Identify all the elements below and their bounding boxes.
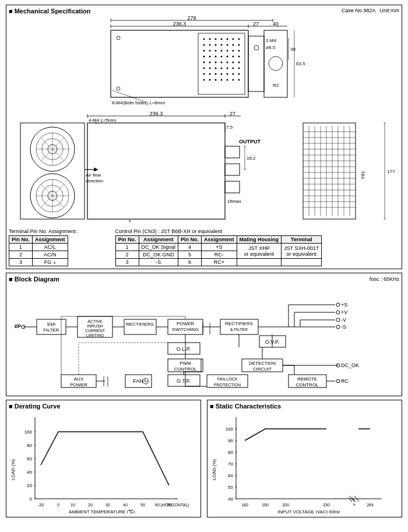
col-terminal: Terminal bbox=[282, 236, 322, 244]
svg-point-55 bbox=[233, 50, 234, 52]
svg-text:≈: ≈ bbox=[353, 502, 356, 508]
svg-point-52 bbox=[233, 44, 234, 46]
svg-point-39 bbox=[221, 68, 223, 69]
svg-text:40: 40 bbox=[123, 503, 128, 507]
svg-text:AUX: AUX bbox=[74, 376, 84, 382]
svg-text:-V: -V bbox=[341, 317, 346, 323]
svg-point-40 bbox=[203, 73, 205, 75]
svg-point-46 bbox=[215, 79, 217, 81]
svg-point-54 bbox=[227, 50, 228, 52]
svg-point-182 bbox=[336, 303, 340, 306]
svg-text:REMOTE: REMOTE bbox=[297, 376, 317, 382]
svg-point-45 bbox=[209, 79, 211, 81]
svg-text:(HORIZONTAL): (HORIZONTAL) bbox=[160, 503, 189, 508]
svg-point-36 bbox=[203, 68, 205, 69]
svg-text:PROTECTION: PROTECTION bbox=[214, 383, 241, 387]
svg-text:LOAD (%): LOAD (%) bbox=[10, 459, 16, 480]
svg-point-68 bbox=[238, 73, 240, 75]
svg-point-32 bbox=[203, 62, 205, 64]
control-pin-title: Control Pin (CN3) : JST B6B-XH or equiva… bbox=[115, 228, 400, 234]
svg-text:EMI: EMI bbox=[47, 322, 55, 327]
svg-text:FAN LOCK: FAN LOCK bbox=[217, 377, 238, 381]
top-view-drawing: 278 236.3 27 40 bbox=[12, 16, 396, 109]
svg-point-24 bbox=[203, 50, 205, 52]
svg-text:236.3: 236.3 bbox=[150, 111, 163, 117]
svg-point-67 bbox=[233, 73, 234, 75]
svg-point-21 bbox=[209, 44, 211, 46]
derating-curve-section: ■ Derating Curve 0 20 40 60 80 100 bbox=[6, 400, 201, 517]
svg-point-194 bbox=[336, 325, 340, 329]
svg-point-63 bbox=[227, 68, 228, 69]
svg-text:DC_OK: DC_OK bbox=[341, 362, 359, 368]
svg-text:LOAD (%): LOAD (%) bbox=[212, 459, 217, 480]
svg-text:7.5: 7.5 bbox=[226, 125, 233, 130]
pin-tables: Terminal Pin No. Assignment : Pin No. As… bbox=[9, 228, 399, 266]
svg-text:+V: +V bbox=[341, 309, 347, 315]
svg-text:FAN: FAN bbox=[133, 378, 143, 384]
svg-point-70 bbox=[233, 79, 234, 81]
svg-text:16max.: 16max. bbox=[227, 199, 242, 204]
svg-point-61 bbox=[233, 62, 234, 64]
mechanical-spec-section: ■ Mechanical Specification Case No.982A … bbox=[6, 5, 402, 269]
svg-text:80: 80 bbox=[27, 443, 32, 448]
col-pin-no-2: Pin No. bbox=[178, 236, 202, 244]
svg-text:O.T.P.: O.T.P. bbox=[177, 378, 191, 384]
svg-text:177.8: 177.8 bbox=[387, 169, 396, 174]
svg-point-27 bbox=[221, 50, 223, 52]
svg-point-41 bbox=[209, 73, 211, 75]
svg-text:27: 27 bbox=[230, 111, 235, 117]
svg-text:-20: -20 bbox=[38, 503, 44, 507]
svg-text:Air flow: Air flow bbox=[86, 172, 101, 178]
svg-point-47 bbox=[221, 79, 223, 81]
svg-point-30 bbox=[215, 56, 217, 58]
svg-point-56 bbox=[238, 50, 240, 52]
svg-rect-117 bbox=[225, 146, 240, 158]
svg-point-17 bbox=[209, 38, 211, 40]
svg-rect-118 bbox=[225, 164, 240, 175]
svg-text:180: 180 bbox=[241, 503, 248, 507]
svg-text:& FILTER: & FILTER bbox=[230, 327, 248, 332]
svg-point-69 bbox=[227, 79, 228, 81]
svg-point-48 bbox=[227, 38, 228, 40]
svg-rect-15 bbox=[198, 33, 245, 94]
block-diagram-section: ■ Block Diagram fosc : 65KHz I/P EMI FIL… bbox=[6, 273, 402, 396]
svg-text:CONTROL: CONTROL bbox=[296, 382, 319, 387]
static-char-svg: 40 50 60 70 80 90 100 180 190 200 230 bbox=[210, 411, 391, 513]
svg-point-16 bbox=[203, 38, 205, 40]
col-mating: Mating Housing bbox=[237, 236, 282, 244]
svg-point-20 bbox=[203, 44, 205, 46]
svg-text:O.L.P.: O.L.P. bbox=[177, 346, 191, 352]
svg-text:CURRENT: CURRENT bbox=[85, 329, 105, 333]
svg-text:CIRCUIT: CIRCUIT bbox=[253, 367, 272, 372]
table-row: 1DC_OK Signal4+S JST XHPor equivalent JS… bbox=[115, 244, 322, 251]
svg-text:0: 0 bbox=[30, 496, 33, 502]
svg-text:⌀8.5: ⌀8.5 bbox=[266, 45, 276, 50]
control-pin-group: Control Pin (CN3) : JST B6B-XH or equiva… bbox=[115, 228, 400, 266]
svg-text:INRUSH: INRUSH bbox=[87, 324, 103, 328]
svg-text:ACTIVE: ACTIVE bbox=[87, 319, 103, 323]
svg-point-51 bbox=[227, 44, 228, 46]
svg-text:8-M4(Both Sides) L=8mm: 8-M4(Both Sides) L=8mm bbox=[112, 100, 166, 105]
svg-point-60 bbox=[227, 62, 228, 64]
svg-point-59 bbox=[238, 56, 240, 58]
mech-top-bar: ■ Mechanical Specification Case No.982A … bbox=[9, 8, 399, 15]
svg-text:+S: +S bbox=[341, 302, 347, 308]
svg-point-26 bbox=[215, 50, 217, 52]
svg-text:20: 20 bbox=[88, 503, 93, 507]
svg-point-38 bbox=[215, 68, 217, 69]
derating-curve-title: ■ Derating Curve bbox=[9, 403, 198, 410]
svg-text:OUTPUT: OUTPUT bbox=[239, 139, 261, 145]
svg-point-57 bbox=[227, 56, 228, 58]
svg-point-73 bbox=[254, 45, 259, 50]
svg-text:16.2: 16.2 bbox=[247, 156, 256, 161]
svg-text:FILTER: FILTER bbox=[44, 327, 59, 333]
fosc-label: fosc : 65KHz bbox=[370, 276, 399, 282]
svg-text:60: 60 bbox=[27, 456, 32, 461]
svg-text:50: 50 bbox=[228, 485, 233, 490]
svg-point-33 bbox=[209, 62, 211, 64]
svg-text:-S: -S bbox=[341, 324, 346, 330]
svg-point-22 bbox=[215, 44, 217, 46]
svg-point-29 bbox=[209, 56, 211, 58]
block-diagram-svg: I/P EMI FILTER ACTIVE INRUSH CURRENT LIM… bbox=[9, 284, 393, 392]
svg-text:236.3: 236.3 bbox=[173, 21, 187, 27]
